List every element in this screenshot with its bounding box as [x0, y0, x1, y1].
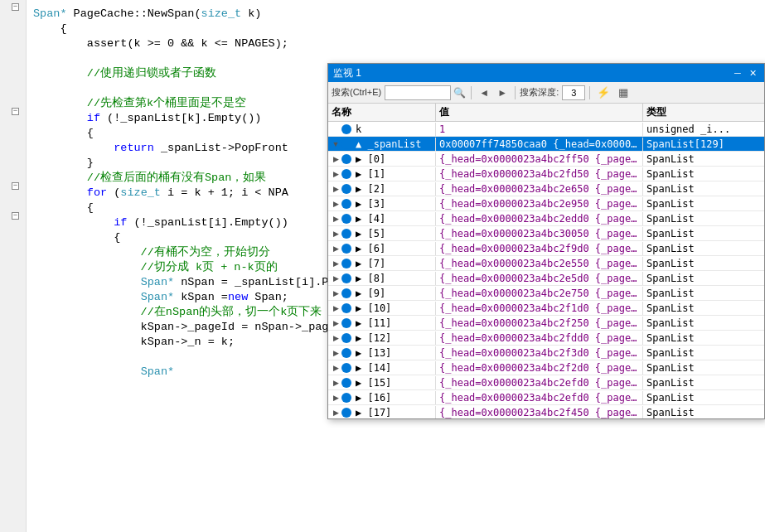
token	[33, 186, 87, 201]
expand-arrow[interactable]: ▶	[332, 274, 340, 283]
row-icon	[341, 214, 351, 224]
expand-arrow[interactable]: ▶	[332, 244, 340, 253]
token: {	[33, 201, 94, 215]
row-name-cell: ▶ ▶ [17]	[328, 406, 436, 419]
table-row[interactable]: ▶ ▶ [9]{_head=0x0000023a4bc2e750 {_pageI…	[328, 286, 764, 301]
token: (!_spanList[i].Empty())	[127, 215, 288, 230]
table-row[interactable]: ▶ ▶ [13]{_head=0x0000023a4bc2f3d0 {_page…	[328, 346, 764, 360]
row-icon	[341, 244, 351, 254]
search-input[interactable]	[385, 85, 451, 100]
row-value-cell: {_head=0x0000023a4bc2edd0 {_pageId=0_n=.…	[436, 212, 643, 225]
table-row[interactable]: k1unsigned _i...	[328, 122, 764, 137]
back-button[interactable]: ◄	[476, 85, 492, 101]
close-button[interactable]: ✕	[746, 67, 759, 79]
row-name-cell: ▶ ▶ [15]	[328, 376, 436, 389]
table-row[interactable]: ▶ ▶ [14]{_head=0x0000023a4bc2f2d0 {_page…	[328, 360, 764, 375]
table-row[interactable]: ▶ ▶ [4]{_head=0x0000023a4bc2edd0 {_pageI…	[328, 211, 764, 226]
table-row[interactable]: ▶ ▶ [17]{_head=0x0000023a4bc2f450 {_page…	[328, 405, 764, 418]
expand-arrow[interactable]: ▶	[332, 334, 340, 342]
table-row[interactable]: ▶ ▶ [6]{_head=0x0000023a4bc2f9d0 {_pageI…	[328, 241, 764, 256]
expand-arrow[interactable]: ▶	[332, 289, 340, 297]
row-icon	[341, 303, 351, 313]
row-value-cell: {_head=0x0000023a4bc2f9d0 {_pageId=0_n=.…	[436, 242, 643, 255]
expand-arrow[interactable]: ▶	[332, 230, 340, 238]
row-value-cell: {_head=0x0000023a4bc2f450 {_pageId=0_n=.…	[436, 406, 643, 419]
row-name-cell: ▶ ▶ [11]	[328, 317, 436, 330]
row-icon	[341, 124, 351, 134]
expand-arrow[interactable]: ▶	[332, 394, 340, 402]
table-row[interactable]: ▶ ▶ [2]{_head=0x0000023a4bc2e650 {_pageI…	[328, 181, 764, 196]
watch-titlebar: 监视 1 ─ ✕	[328, 64, 764, 82]
toolbar-icon1[interactable]: ⚡	[594, 85, 612, 101]
row-name-text: ▶ [12]	[356, 332, 391, 344]
collapse-marker-8[interactable]: −	[12, 108, 19, 115]
token: (	[107, 186, 120, 201]
table-row[interactable]: ▶ ▶ [8]{_head=0x0000023a4bc2e5d0 {_pageI…	[328, 271, 764, 286]
toolbar-icon2[interactable]: ▦	[614, 85, 632, 101]
table-row[interactable]: ▶ ▶ [16]{_head=0x0000023a4bc2efd0 {_page…	[328, 390, 764, 405]
expand-arrow[interactable]: ▶	[332, 349, 340, 357]
search-label: 搜索(Ctrl+E)	[332, 86, 381, 99]
token: {	[33, 230, 120, 245]
table-row[interactable]: ▶ ▶ [5]{_head=0x0000023a4bc30050 {_pageI…	[328, 226, 764, 241]
row-icon	[341, 154, 351, 164]
table-row[interactable]: ▶ ▶ [1]{_head=0x0000023a4bc2fd50 {_pageI…	[328, 167, 764, 181]
row-icon	[341, 229, 351, 239]
expand-arrow[interactable]: ▶	[332, 364, 340, 372]
expand-arrow[interactable]: ▶	[332, 185, 340, 193]
row-value-cell: {_head=0x0000023a4bc2e550 {_pageId=0_n=.…	[436, 257, 643, 270]
collapse-marker-15[interactable]: −	[12, 212, 19, 220]
table-header: 名称 值 类型	[328, 104, 764, 122]
row-name-text: ▶ [14]	[356, 362, 391, 374]
token: Span*	[141, 290, 175, 305]
row-name-text: ▶ [17]	[356, 407, 391, 418]
expand-arrow[interactable]: ▶	[332, 259, 340, 268]
token: {	[33, 126, 94, 141]
table-row[interactable]: ▶ ▶ [3]{_head=0x0000023a4bc2e950 {_pageI…	[328, 196, 764, 211]
table-row[interactable]: ▼▲ _spanList0x00007ff74850caa0 {_head=0x…	[328, 137, 764, 152]
expand-arrow[interactable]: ▶	[332, 319, 340, 327]
token-if: if	[87, 111, 100, 126]
row-name-cell: ▶ ▶ [1]	[328, 167, 436, 181]
forward-button[interactable]: ►	[494, 85, 511, 101]
expand-arrow[interactable]: ▶	[332, 379, 340, 387]
expand-arrow[interactable]: ▶	[332, 155, 340, 163]
code-line: Span* PageCache::NewSpan( size_t k)	[27, 7, 765, 22]
table-row[interactable]: ▶ ▶ [11]{_head=0x0000023a4bc2f250 {_page…	[328, 316, 764, 331]
row-name-text: ▶ [9]	[356, 288, 385, 299]
collapse-marker-1[interactable]: −	[12, 3, 19, 11]
row-type-cell: SpanList	[643, 287, 764, 300]
table-row[interactable]: ▶ ▶ [0]{_head=0x0000023a4bc2ff50 {_pageI…	[328, 152, 764, 167]
row-name-cell: ▶ ▶ [3]	[328, 197, 436, 210]
watch-toolbar: 搜索(Ctrl+E) 🔍 ◄ ► 搜索深度: ⚡ ▦	[328, 82, 764, 104]
table-row[interactable]: ▶ ▶ [10]{_head=0x0000023a4bc2f1d0 {_page…	[328, 301, 764, 316]
table-row[interactable]: ▶ ▶ [12]{_head=0x0000023a4bc2fdd0 {_page…	[328, 331, 764, 346]
row-name-cell: ▶ ▶ [16]	[328, 391, 436, 404]
row-type-cell: SpanList	[643, 182, 764, 196]
token: k)	[241, 7, 261, 22]
minimize-button[interactable]: ─	[731, 67, 744, 79]
row-value-cell: {_head=0x0000023a4bc2e5d0 {_pageId=0_n=.…	[436, 272, 643, 285]
row-icon	[341, 363, 351, 373]
separator3	[589, 86, 590, 99]
table-row[interactable]: ▶ ▶ [7]{_head=0x0000023a4bc2e550 {_pageI…	[328, 256, 764, 271]
expand-arrow[interactable]: ▼	[332, 140, 340, 148]
table-row[interactable]: ▶ ▶ [15]{_head=0x0000023a4bc2efd0 {_page…	[328, 375, 764, 390]
token: Span*	[33, 7, 67, 22]
token	[33, 365, 141, 380]
row-name-cell: ▶ ▶ [14]	[328, 361, 436, 375]
expand-arrow[interactable]: ▶	[332, 200, 340, 208]
row-type-cell: SpanList	[643, 227, 764, 240]
row-value-cell: {_head=0x0000023a4bc2f3d0 {_pageId=0_n=.…	[436, 346, 643, 360]
expand-arrow[interactable]: ▶	[332, 215, 340, 223]
expand-arrow[interactable]: ▶	[332, 170, 340, 178]
expand-arrow[interactable]: ▶	[332, 304, 340, 312]
depth-input[interactable]	[562, 85, 585, 100]
row-value-cell: {_head=0x0000023a4bc2e750 {_pageId=0_n=.…	[436, 287, 643, 300]
expand-arrow[interactable]: ▶	[332, 409, 340, 417]
row-type-cell: SpanList[129]	[643, 138, 764, 151]
collapse-marker-13[interactable]: −	[12, 182, 19, 190]
row-type-cell: SpanList	[643, 346, 764, 360]
row-icon	[341, 408, 351, 418]
row-value-cell: {_head=0x0000023a4bc2e650 {_pageId=0_n=.…	[436, 182, 643, 196]
